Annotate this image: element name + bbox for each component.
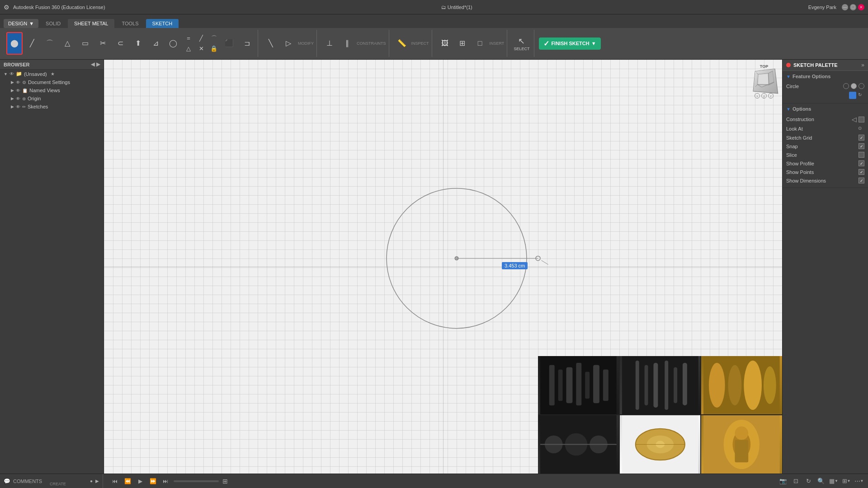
x-axis-btn[interactable]: x bbox=[755, 93, 760, 99]
browser-item-sketches[interactable]: ▶ 👁 ✏ Sketches bbox=[0, 103, 104, 111]
create-lock-tool[interactable]: 🔒 bbox=[208, 44, 220, 54]
create-polygon-tool[interactable]: ▭ bbox=[77, 32, 93, 55]
create-line-tool[interactable]: ╱ bbox=[24, 32, 40, 55]
create-bracket-tool[interactable]: ⊐ bbox=[239, 32, 255, 55]
constraint-tool-2[interactable]: ∥ bbox=[339, 32, 355, 55]
timeline-forward-btn[interactable]: ⏩ bbox=[148, 477, 157, 486]
create-eq-tool[interactable]: = bbox=[183, 33, 194, 43]
constraint-tool-1[interactable]: ⊥ bbox=[321, 32, 338, 55]
camera-btn[interactable]: 📷 bbox=[778, 476, 788, 487]
show-profile-checkbox[interactable] bbox=[859, 160, 864, 166]
settings-icon: ⚙ bbox=[22, 80, 26, 85]
insert-canvas-tool[interactable]: ⊞ bbox=[454, 32, 471, 55]
circle-radio-1[interactable] bbox=[843, 83, 849, 89]
circle-radio-3[interactable] bbox=[859, 83, 864, 89]
tab-solid[interactable]: SOLID bbox=[39, 19, 67, 28]
create-slash-tool[interactable]: ╱ bbox=[195, 33, 207, 43]
create-more-tool[interactable]: ⬛ bbox=[221, 32, 237, 55]
inspect-tool-1[interactable]: 📏 bbox=[394, 32, 410, 55]
tab-sketch[interactable]: SKETCH bbox=[146, 19, 179, 28]
timeline-play-btn[interactable]: ▶ bbox=[136, 477, 145, 486]
circle-radio-2[interactable] bbox=[851, 83, 857, 89]
comments-expand-icon[interactable]: ● bbox=[90, 479, 93, 483]
browser-item-doc-settings[interactable]: ▶ 👁 ⚙ Document Settings bbox=[0, 78, 104, 86]
color-swatch-blue[interactable] bbox=[849, 92, 856, 99]
palette-expand-icon[interactable]: » bbox=[861, 62, 864, 68]
create-mirror-tool[interactable]: ⊿ bbox=[147, 32, 164, 55]
show-points-row: Show Points bbox=[786, 168, 864, 176]
gallery-item-4[interactable] bbox=[538, 415, 619, 474]
modify-tool-1[interactable]: ╲ bbox=[263, 32, 279, 55]
browser-item-named-views[interactable]: ▶ 👁 📋 Named Views bbox=[0, 86, 104, 94]
finish-sketch-button[interactable]: ✓ FINISH SKETCH ▼ bbox=[539, 38, 600, 50]
browser-collapse-icon[interactable]: ◀ bbox=[91, 61, 94, 67]
construction-checkbox[interactable] bbox=[859, 117, 864, 122]
browser-item-origin[interactable]: ▶ 👁 ⊕ Origin bbox=[0, 94, 104, 103]
options-collapse-icon: ▼ bbox=[786, 107, 791, 112]
circle-option-row: Circle bbox=[786, 82, 864, 90]
create-x-tool[interactable]: ✕ bbox=[195, 44, 207, 54]
gallery-item-6[interactable] bbox=[701, 415, 782, 474]
extra-options-btn[interactable]: ⋯ ▼ bbox=[854, 476, 864, 487]
create-spline-tool[interactable]: ✂ bbox=[94, 32, 111, 55]
comments-arrow-icon[interactable]: ▶ bbox=[95, 479, 99, 483]
insert-image-tool[interactable]: 🖼 bbox=[437, 32, 453, 55]
maximize-button[interactable]: ☐ bbox=[850, 4, 856, 10]
browser-expand-icon[interactable]: ▶ bbox=[96, 61, 100, 67]
insert-more-tool[interactable]: □ bbox=[472, 32, 488, 55]
timeline-back-btn[interactable]: ⏪ bbox=[123, 477, 132, 486]
offset-icon: ⬆ bbox=[135, 40, 141, 47]
select-tool[interactable]: ↖ SELECT bbox=[512, 36, 531, 51]
create-tri-tool[interactable]: △ bbox=[183, 44, 194, 54]
slice-row: Slice bbox=[786, 150, 864, 159]
fit-btn[interactable]: ⊡ bbox=[790, 476, 801, 487]
insert-label: INSERT bbox=[490, 41, 505, 46]
gallery-item-2[interactable] bbox=[620, 356, 701, 414]
tab-tools[interactable]: TOOLS bbox=[115, 19, 145, 28]
create-arc-tool[interactable]: ⌒ bbox=[42, 32, 58, 55]
create-ellipse-tool[interactable]: ⊂ bbox=[112, 32, 128, 55]
tab-sheet-metal[interactable]: SHEET METAL bbox=[68, 19, 114, 28]
bracket-icon: ⊐ bbox=[244, 40, 250, 47]
show-dimensions-checkbox[interactable] bbox=[859, 178, 864, 183]
create-oval-tool[interactable]: ◯ bbox=[165, 32, 181, 55]
canvas-area[interactable]: TOP x y z bbox=[104, 60, 782, 474]
slice-checkbox[interactable] bbox=[859, 152, 864, 158]
timeline-last-btn[interactable]: ⏭ bbox=[161, 477, 170, 486]
grid-display-btn[interactable]: ⊞ ▼ bbox=[841, 476, 852, 487]
gallery-item-1[interactable] bbox=[538, 356, 619, 414]
minimize-button[interactable]: — bbox=[842, 4, 848, 10]
display-mode-btn[interactable]: ▦ ▼ bbox=[828, 476, 839, 487]
feature-options-header[interactable]: ▼ Feature Options bbox=[786, 74, 864, 79]
create-wavy-tool[interactable]: ⌒ bbox=[208, 33, 220, 43]
show-points-checkbox[interactable] bbox=[859, 169, 864, 175]
gallery-item-3[interactable] bbox=[701, 356, 782, 414]
options-header[interactable]: ▼ Options bbox=[786, 106, 864, 112]
y-axis-btn[interactable]: y bbox=[761, 93, 767, 99]
orientation-cube-face[interactable] bbox=[753, 69, 778, 94]
orientation-cube[interactable]: TOP x y z bbox=[750, 64, 778, 100]
create-circle-tool[interactable]: ⬤ bbox=[6, 32, 23, 55]
create-rect-tool[interactable]: △ bbox=[59, 32, 75, 55]
modify-tool-2[interactable]: ▷ bbox=[280, 32, 297, 55]
design-dropdown[interactable]: DESIGN ▼ bbox=[4, 19, 38, 28]
gallery-item-5[interactable] bbox=[620, 415, 701, 474]
refresh-color-button[interactable]: ↻ bbox=[858, 92, 864, 99]
eye-icon-origin: 👁 bbox=[16, 96, 20, 101]
browser-item-unsaved[interactable]: ▼ 👁 📁 (Unsaved) ★ bbox=[0, 70, 104, 78]
feature-options-collapse-icon: ▼ bbox=[786, 74, 791, 79]
gallery-img-2 bbox=[620, 356, 701, 414]
snap-checkbox[interactable] bbox=[859, 143, 864, 149]
look-at-icon[interactable]: ⊙ bbox=[858, 126, 864, 132]
orbit-btn[interactable]: ↻ bbox=[803, 476, 814, 487]
construction-label: Construction bbox=[786, 117, 814, 122]
sketch-grid-checkbox[interactable] bbox=[859, 135, 864, 141]
timeline-slider[interactable] bbox=[174, 480, 219, 482]
zoom-btn[interactable]: 🔍 bbox=[816, 476, 826, 487]
create-offset-tool[interactable]: ⬆ bbox=[130, 32, 146, 55]
z-axis-btn[interactable]: z bbox=[768, 93, 774, 99]
timeline-first-btn[interactable]: ⏮ bbox=[110, 477, 119, 486]
extra-options-arrow-icon: ▼ bbox=[860, 479, 864, 483]
close-button[interactable]: ✕ bbox=[858, 4, 864, 10]
circle-color-controls: ↻ bbox=[849, 92, 864, 99]
